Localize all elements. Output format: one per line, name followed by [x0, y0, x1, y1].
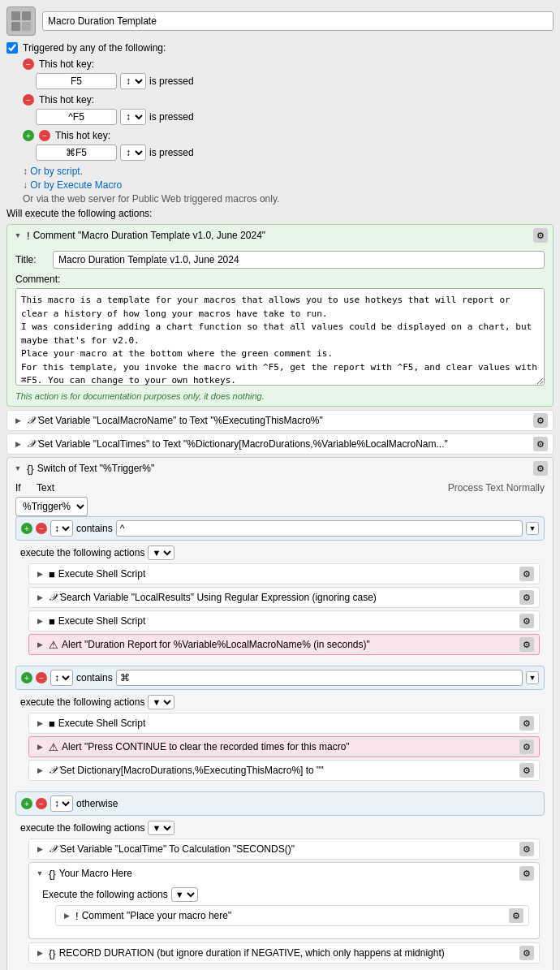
- otherwise-type-select[interactable]: ↕: [50, 795, 73, 812]
- switch-expand-btn[interactable]: ▼: [12, 463, 24, 474]
- set-var2-gear[interactable]: ⚙: [533, 437, 548, 451]
- hotkey-modifier-3[interactable]: ↕: [120, 144, 146, 161]
- your-macro-comment-row: ▶ ! Comment "Place your macro here" ⚙: [55, 905, 529, 926]
- otherwise-group: + − ↕ otherwise execute the following ac…: [15, 791, 545, 970]
- execute-dropdown-1[interactable]: ▼: [148, 545, 174, 560]
- otherwise-set-var-expand[interactable]: ▶: [34, 843, 45, 855]
- otherwise-nested-actions: ▶ 𝒳 Set Variable "LocalTime" To Calculat…: [15, 839, 545, 970]
- your-macro-comment-expand[interactable]: ▶: [61, 910, 72, 921]
- exec1-shell1-expand[interactable]: ▶: [34, 568, 45, 580]
- comment-title-input[interactable]: [53, 251, 545, 269]
- contains2-add[interactable]: +: [21, 672, 32, 683]
- comment-expanded: Title: Comment: This macro is a template…: [7, 246, 553, 406]
- exec1-shell1-row: ▶ ■ Execute Shell Script ⚙: [28, 563, 540, 584]
- your-macro-execute-dropdown[interactable]: ▼: [171, 887, 198, 902]
- exec1-alert-gear[interactable]: ⚙: [519, 637, 534, 652]
- hotkey-input-3[interactable]: [36, 144, 117, 161]
- hotkey-label-1: This hot key:: [39, 58, 94, 70]
- hotkey-modifier-2[interactable]: ↕: [120, 109, 146, 125]
- will-execute-label: Will execute the following actions:: [6, 208, 554, 219]
- exec2-alert-expand[interactable]: ▶: [34, 741, 45, 752]
- contains1-add[interactable]: +: [21, 523, 32, 534]
- execute-label-2: execute the following actions: [20, 696, 144, 708]
- exec1-shell2-gear[interactable]: ⚙: [519, 614, 534, 628]
- contains-section-1: + − ↕ contains ▼: [15, 516, 545, 541]
- triggered-checkbox[interactable]: [6, 42, 18, 54]
- comment-exclamation-icon: !: [27, 230, 30, 242]
- comment-expand-btn[interactable]: ▼: [12, 230, 24, 241]
- contains1-type-select[interactable]: ↕: [50, 520, 73, 537]
- contains1-value-input[interactable]: [116, 520, 523, 537]
- hotkey-row-3: + − This hot key:: [23, 130, 554, 141]
- hotkey-input-2[interactable]: [36, 109, 117, 125]
- set-var1-row: ▶ 𝒳 Set Variable "LocalMacroName" to Tex…: [6, 410, 554, 431]
- otherwise-remove[interactable]: −: [36, 798, 47, 809]
- switch-action-header: ▼ {} Switch of Text "%Trigger%" ⚙: [7, 458, 553, 479]
- contains1-label: contains: [76, 523, 113, 534]
- otherwise-execute-dropdown[interactable]: ▼: [148, 821, 174, 835]
- add-hotkey[interactable]: +: [23, 130, 34, 141]
- switch-expanded: If Text Process Text Normally %Trigger% …: [7, 479, 553, 970]
- set-var1-gear[interactable]: ⚙: [533, 413, 548, 428]
- otherwise-set-var-gear[interactable]: ⚙: [519, 842, 534, 856]
- hotkey-label-3: This hot key:: [55, 130, 110, 141]
- exec1-search-expand[interactable]: ▶: [34, 592, 45, 603]
- exec1-alert-icon: ⚠: [49, 639, 58, 651]
- is-pressed-3: is pressed: [149, 147, 194, 158]
- contains1-remove[interactable]: −: [36, 523, 47, 534]
- switch-gear-btn[interactable]: ⚙: [533, 461, 548, 476]
- set-var1-expand[interactable]: ▶: [12, 415, 24, 426]
- your-macro-comment-gear[interactable]: ⚙: [509, 908, 523, 923]
- set-var2-expand[interactable]: ▶: [12, 438, 24, 450]
- otherwise-header: + − ↕ otherwise: [16, 792, 544, 815]
- exec2-shell-expand[interactable]: ▶: [34, 718, 45, 729]
- hotkey-input-1[interactable]: [36, 73, 117, 89]
- contains2-expand-btn[interactable]: ▼: [526, 671, 539, 684]
- exec2-alert-gear[interactable]: ⚙: [519, 739, 534, 754]
- exec2-shell-gear[interactable]: ⚙: [519, 716, 534, 731]
- exec2-shell-icon: ■: [49, 718, 55, 730]
- exec2-set-dict-gear[interactable]: ⚙: [519, 763, 534, 778]
- exec1-alert-row: ▶ ⚠ Alert "Duration Report for %Variable…: [28, 634, 540, 655]
- comment-gear-btn[interactable]: ⚙: [533, 228, 548, 243]
- header-row: [6, 6, 554, 36]
- otherwise-add[interactable]: +: [21, 798, 32, 809]
- exec1-search-gear[interactable]: ⚙: [519, 590, 534, 605]
- exec1-search-title: Search Variable "LocalResults" Using Reg…: [60, 592, 516, 603]
- is-pressed-1: is pressed: [149, 75, 194, 87]
- otherwise-execute-row: execute the following actions ▼: [15, 819, 545, 839]
- contains2-value-input[interactable]: [116, 670, 523, 686]
- trigger-value-select[interactable]: %Trigger%: [15, 497, 88, 516]
- execute-label-1: execute the following actions: [20, 547, 144, 558]
- hotkey-input-row-2: ↕ is pressed: [36, 109, 554, 125]
- contains-section-2: + − ↕ contains ▼: [15, 666, 545, 690]
- contains2-type-select[interactable]: ↕: [50, 670, 73, 686]
- contains1-expand-btn[interactable]: ▼: [526, 522, 539, 535]
- remove-hotkey-1[interactable]: −: [23, 58, 34, 70]
- hotkey-modifier-1[interactable]: ↕: [120, 73, 146, 89]
- macro-title-input[interactable]: [42, 11, 554, 31]
- record-duration-expand[interactable]: ▶: [34, 947, 45, 959]
- contains2-remove[interactable]: −: [36, 672, 47, 683]
- set-var2-row: ▶ 𝒳 Set Variable "LocalTimes" to Text "%…: [6, 433, 554, 455]
- exec2-set-dict-expand[interactable]: ▶: [34, 765, 45, 776]
- exec1-shell1-gear[interactable]: ⚙: [519, 567, 534, 581]
- remove-hotkey-3[interactable]: −: [39, 130, 50, 141]
- exec2-set-dict-icon: 𝒳: [49, 764, 57, 777]
- execute-dropdown-2[interactable]: ▼: [148, 695, 174, 709]
- exec1-alert-expand[interactable]: ▶: [34, 639, 45, 650]
- your-macro-gear[interactable]: ⚙: [519, 866, 534, 881]
- comment-note: This action is for documentation purpose…: [15, 391, 545, 401]
- remove-hotkey-2[interactable]: −: [23, 94, 34, 106]
- comment-textarea[interactable]: This macro is a template for your macros…: [15, 288, 545, 386]
- exec2-shell-title: Execute Shell Script: [58, 718, 516, 729]
- otherwise-label: otherwise: [76, 798, 118, 809]
- your-macro-expand[interactable]: ▼: [34, 868, 45, 879]
- record-duration-gear[interactable]: ⚙: [519, 946, 534, 960]
- or-web-server: Or via the web server for Public Web tri…: [23, 193, 554, 205]
- or-script-link[interactable]: Or by script.: [30, 166, 83, 177]
- exec2-shell-row: ▶ ■ Execute Shell Script ⚙: [28, 713, 540, 734]
- set-var1-title: Set Variable "LocalMacroName" to Text "%…: [38, 415, 530, 426]
- or-execute-link[interactable]: Or by Execute Macro: [30, 179, 122, 191]
- exec1-shell2-expand[interactable]: ▶: [34, 615, 45, 627]
